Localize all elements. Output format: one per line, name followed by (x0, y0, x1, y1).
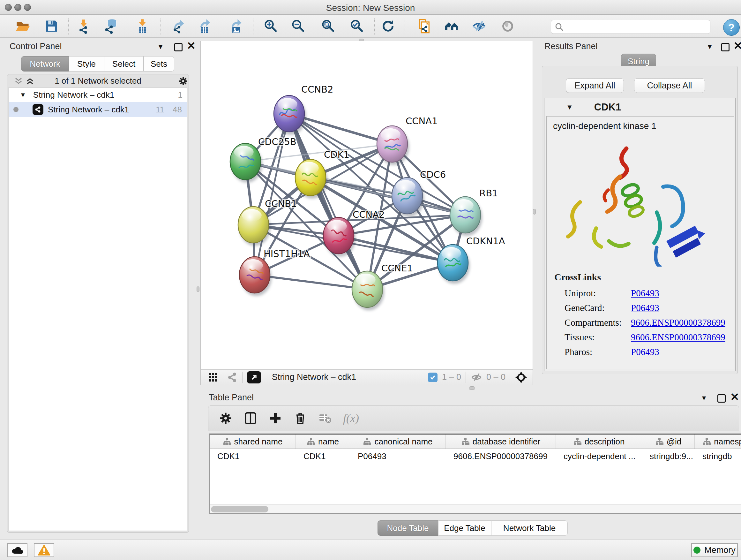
search-input[interactable] (551, 20, 711, 34)
help-button[interactable]: ? (723, 19, 740, 36)
column-header-database-identifier[interactable]: database identifier (446, 435, 556, 449)
table-cell: cyclin-dependent ... (556, 449, 642, 463)
export-image-icon (228, 18, 244, 34)
splitter-handle[interactable] (197, 287, 199, 292)
table-cell: P06493 (350, 449, 446, 463)
column-header-description[interactable]: description (556, 435, 642, 449)
table-row[interactable]: CDK1CDK1P064939606.ENSP00000378699cyclin… (210, 449, 741, 463)
column-header-canonical-name[interactable]: canonical name (350, 435, 446, 449)
delete-column-button[interactable] (291, 408, 310, 428)
zoom-fit-button[interactable] (319, 17, 337, 36)
scrollbar-thumb[interactable] (211, 506, 268, 512)
tree-expander-icon[interactable]: ▼ (20, 91, 26, 99)
warning-status-button[interactable] (34, 543, 54, 557)
network-node-CDKN1A[interactable] (437, 245, 470, 284)
open-session-button[interactable] (13, 17, 32, 36)
hide-panels-button[interactable] (470, 17, 488, 36)
results-panel-close-button[interactable]: ✕ (733, 42, 741, 50)
horizontal-scrollbar[interactable] (210, 504, 741, 513)
crosslink-label: Compartments: (564, 317, 631, 328)
splitter-handle[interactable] (359, 39, 364, 41)
zoom-selected-button[interactable] (347, 17, 366, 36)
export-table-button[interactable] (195, 17, 214, 36)
delete-table-button[interactable] (316, 408, 335, 428)
string-results-box: Expand All Collapse All ▼ CDK1 cyclin-de… (542, 66, 738, 374)
table-panel-float-button[interactable] (718, 394, 726, 402)
crosslink-link[interactable]: 9606.ENSP00000378699 (631, 317, 725, 328)
refresh-button[interactable] (379, 17, 397, 36)
network-node-RB1[interactable] (450, 197, 482, 236)
network-collection-row[interactable]: ▼ String Network – cdk1 1 (9, 87, 187, 102)
grid-view-icon[interactable] (208, 372, 219, 383)
zoom-out-button[interactable] (289, 17, 307, 36)
network-canvas[interactable]: CCNB2CCNA1CDC25BCDK1CDC6RB1CCNB1CCNA2CDK… (201, 41, 533, 369)
network-node-CCNE1[interactable] (352, 271, 384, 310)
zoom-in-icon (263, 18, 278, 34)
save-session-button[interactable] (42, 17, 61, 36)
control-panel-close-button[interactable]: ✕ (187, 42, 196, 50)
column-type-icon (307, 437, 315, 446)
network-node-HIST1H1A[interactable] (239, 257, 272, 296)
table-panel-menu-caret[interactable]: ▾ (702, 393, 706, 402)
splitter-handle[interactable] (469, 386, 475, 390)
clone-network-button[interactable] (415, 17, 433, 36)
memory-button[interactable]: Memory (691, 543, 738, 557)
results-panel-float-button[interactable] (721, 43, 730, 51)
table-options-gear-button[interactable] (216, 408, 235, 428)
splitter-handle[interactable] (533, 209, 536, 214)
network-node-CDK1[interactable] (295, 159, 327, 199)
network-node-CCNA2[interactable] (323, 217, 355, 257)
tab-network[interactable]: Network (21, 56, 69, 71)
tab-node-table[interactable]: Node Table (378, 520, 438, 536)
crosslink-link[interactable]: 9606.ENSP00000378699 (631, 332, 725, 343)
import-network-button[interactable] (74, 17, 93, 36)
tab-edge-table[interactable]: Edge Table (438, 520, 491, 536)
column-header-namespace[interactable]: namespace (695, 435, 741, 449)
gene-section: ▼ CDK1 cyclin-dependent kinase 1 (544, 98, 736, 371)
network-row[interactable]: String Network – cdk1 11 48 (9, 102, 187, 117)
birdseye-toggle[interactable] (247, 371, 261, 383)
column-header-at-id[interactable]: @id (642, 435, 695, 449)
import-network-from-database-button[interactable] (102, 17, 121, 36)
add-column-button[interactable] (266, 408, 285, 428)
home-button[interactable] (442, 17, 461, 36)
cloud-status-button[interactable] (7, 543, 27, 557)
crosslink-link[interactable]: P06493 (631, 303, 659, 313)
function-builder-button[interactable]: f(x) (343, 412, 359, 425)
control-panel-float-button[interactable] (174, 43, 183, 51)
edge-CCNA2-CDKN1A[interactable] (339, 236, 453, 263)
network-node-CCNA1[interactable] (377, 126, 409, 165)
network-view-panel: CCNB2CCNA1CDC25BCDK1CDC6RB1CCNB1CCNA2CDK… (200, 41, 533, 385)
tab-network-table[interactable]: Network Table (491, 520, 568, 536)
crosslink-label: Tissues: (564, 332, 631, 343)
record-button[interactable] (498, 17, 517, 36)
crosslink-link[interactable]: P06493 (631, 347, 659, 357)
fit-selection-crosshair-icon[interactable] (515, 371, 528, 384)
expand-all-button[interactable]: Expand All (566, 78, 624, 93)
node-label-CDC25B: CDC25B (258, 136, 296, 147)
collapse-all-button[interactable]: Collapse All (634, 78, 705, 93)
selected-nodes-checkbox[interactable] (428, 373, 437, 382)
tab-style[interactable]: Style (69, 56, 104, 71)
network-view-icon[interactable] (227, 372, 238, 383)
node-label-RB1: RB1 (479, 188, 498, 199)
import-table-button[interactable] (133, 17, 151, 36)
zoom-in-button[interactable] (261, 17, 280, 36)
table-panel-close-button[interactable]: ✕ (730, 393, 739, 401)
control-panel-menu-caret[interactable]: ▾ (158, 42, 162, 51)
tab-sets[interactable]: Sets (144, 56, 174, 71)
network-node-CCNB2[interactable] (274, 96, 306, 135)
column-header-shared-name[interactable]: shared name (210, 435, 296, 449)
column-header-name[interactable]: name (296, 435, 350, 449)
network-node-CCNB1[interactable] (238, 206, 270, 246)
export-network-button[interactable] (169, 17, 188, 36)
gene-section-expander-icon[interactable]: ▼ (566, 103, 573, 111)
table-cell: stringdb (695, 449, 741, 463)
gene-description: cyclin-dependent kinase 1 (553, 121, 657, 131)
results-panel-menu-caret[interactable]: ▾ (708, 42, 712, 51)
show-columns-button[interactable] (241, 408, 260, 428)
export-image-button[interactable] (226, 17, 245, 36)
tab-select[interactable]: Select (104, 56, 144, 71)
network-options-gear-icon[interactable] (179, 76, 188, 86)
crosslink-link[interactable]: P06493 (631, 288, 659, 299)
